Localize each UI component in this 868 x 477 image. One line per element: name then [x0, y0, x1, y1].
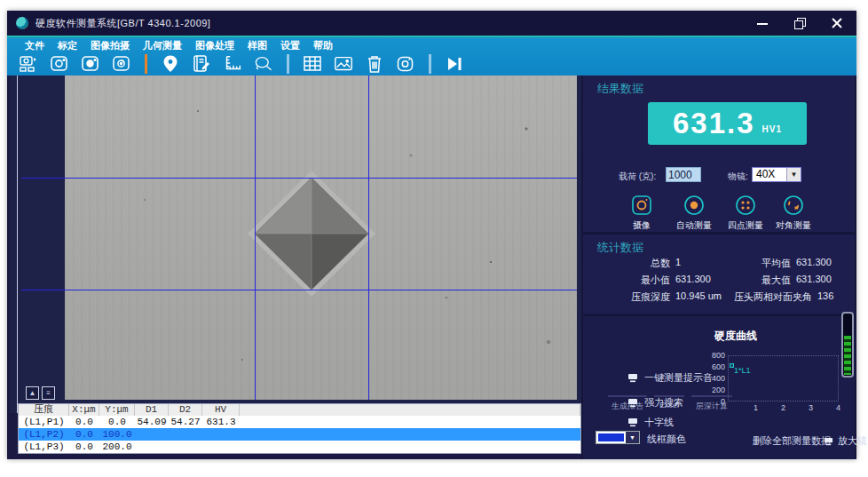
desktop: 硬度软件测量系统[GB/T 4340.1-2009] 文件 标定 图像拍摄 几何… — [0, 0, 868, 477]
close-button[interactable] — [830, 16, 844, 30]
magnifier-icon — [824, 437, 833, 446]
notebook-edit-icon[interactable] — [191, 53, 212, 75]
right-panel: 结果数据 631.3 HV1 载荷 (克): 物镜: 40X ▼ 摄像 — [581, 76, 856, 459]
image-viewport[interactable]: ▲ ≡ — [10, 76, 581, 413]
menu-bar: 文件 标定 图像拍摄 几何测量 图像处理 样图 设置 帮助 — [7, 37, 856, 52]
menu-calibration[interactable]: 标定 — [58, 39, 77, 52]
microscope-image[interactable] — [65, 76, 577, 400]
grid-hline-top — [21, 178, 577, 179]
toolbar-separator — [287, 54, 289, 74]
objective-value: 40X — [753, 168, 786, 181]
xtick-4: 4 — [836, 403, 840, 412]
delete-all-button[interactable]: 删除全部测量数据 — [753, 434, 831, 448]
grid-vline-left — [255, 76, 256, 400]
menu-image-capture[interactable]: 图像拍摄 — [91, 39, 130, 52]
checkbox-icon — [627, 373, 638, 383]
title-bar[interactable]: 硬度软件测量系统[GB/T 4340.1-2009] — [7, 11, 856, 36]
stat-count-label: 总数 — [583, 257, 670, 270]
ytick-600: 600 — [706, 362, 725, 371]
hardness-curve-chart: 硬度曲线 800 600 400 200 0 1 2 3 4 1*L1 — [706, 327, 849, 423]
chevron-down-icon[interactable]: ▼ — [626, 432, 639, 443]
col-y: Y:μm — [99, 404, 135, 416]
level-indicator — [841, 312, 854, 378]
measurement-table: 压痕 X:μm Y:μm D1 D2 HV (L1,P1) 0.0 0.0 54… — [18, 403, 581, 454]
stat-max-label: 最大值 — [714, 274, 791, 287]
col-d1: D1 — [135, 404, 169, 416]
camera-record-icon[interactable] — [80, 53, 101, 75]
col-x: X:μm — [69, 404, 99, 416]
ruler-icon[interactable] — [222, 53, 243, 75]
ytick-800: 800 — [706, 351, 725, 360]
ytick-0: 0 — [706, 397, 725, 406]
power-search-toggle[interactable]: 强力搜索 — [627, 396, 683, 409]
toolbar-separator — [145, 54, 147, 74]
color-swatch — [598, 433, 624, 441]
viewport-border — [17, 76, 18, 413]
load-label: 载荷 (克): — [619, 171, 656, 183]
menu-help[interactable]: 帮助 — [313, 39, 333, 52]
stage-up-button[interactable]: ▲ — [26, 386, 39, 400]
stat-count-value: 1 — [670, 257, 714, 270]
restore-button[interactable] — [793, 16, 807, 30]
toolbar-separator — [429, 54, 431, 74]
image-icon[interactable] — [333, 53, 354, 75]
checkbox-icon — [627, 398, 638, 408]
level-indicator-fill — [844, 336, 851, 375]
indentation-diamond — [65, 76, 577, 400]
hardness-unit: HV1 — [762, 124, 782, 134]
grid-vline-right — [368, 76, 369, 400]
stat-min-value: 631.300 — [670, 274, 714, 287]
capture-export-icon[interactable] — [18, 53, 39, 75]
app-icon — [16, 17, 28, 29]
camera-snap-icon[interactable] — [395, 53, 416, 75]
grid-hline-bottom — [21, 290, 577, 290]
camera-eye-icon[interactable] — [111, 53, 132, 75]
table-row[interactable]: (L1,P1) 0.0 0.0 54.09 54.27 631.3 — [19, 416, 580, 428]
lasso-zoom-icon[interactable] — [253, 53, 274, 75]
stat-max-value: 631.300 — [791, 274, 832, 287]
statistics-header: 统计数据 — [597, 240, 643, 256]
toolbar — [7, 52, 856, 76]
camera-icon[interactable] — [49, 53, 70, 75]
objective-select[interactable]: 40X ▼ — [752, 167, 801, 182]
minimize-button[interactable] — [755, 16, 769, 30]
table-row-selected[interactable]: (L1,P2) 0.0 100.0 — [19, 428, 580, 441]
chart-title: 硬度曲线 — [714, 329, 757, 344]
menu-geometry-measure[interactable]: 几何测量 — [143, 39, 182, 52]
menu-file[interactable]: 文件 — [25, 39, 44, 52]
auto-measure-button[interactable]: 自动测量 — [668, 194, 720, 232]
beep-toggle[interactable]: 一键测量提示音 — [627, 371, 713, 385]
objective-label: 物镜: — [728, 171, 748, 183]
data-point-label: 1*L1 — [734, 366, 751, 375]
load-input[interactable] — [666, 167, 701, 182]
menu-image-processing[interactable]: 图像处理 — [195, 39, 234, 52]
menu-toolbar-block: 文件 标定 图像拍摄 几何测量 图像处理 样图 设置 帮助 — [7, 36, 856, 76]
wire-color-label: 线框颜色 — [647, 433, 686, 446]
four-point-measure-button[interactable]: 四点测量 — [720, 194, 771, 232]
magnifier-button[interactable]: 放大镜 — [824, 434, 867, 448]
camera-capture-button[interactable]: 摄像 — [616, 194, 667, 232]
ytick-200: 200 — [706, 386, 725, 394]
diagonal-measure-button[interactable]: 对角测量 — [768, 194, 819, 232]
pin-icon[interactable] — [160, 53, 181, 75]
table-row[interactable]: (L1,P3) 0.0 200.0 — [19, 441, 580, 453]
stat-depth-value: 10.945 um — [670, 290, 734, 304]
crosshair-toggle[interactable]: 十字线 — [627, 416, 674, 429]
trash-icon[interactable] — [364, 53, 385, 75]
xtick-3: 3 — [809, 403, 813, 412]
wire-color-select[interactable]: ▼ — [596, 431, 640, 444]
hardness-result-display: 631.3 HV1 — [648, 102, 807, 145]
app-window: 硬度软件测量系统[GB/T 4340.1-2009] 文件 标定 图像拍摄 几何… — [7, 11, 856, 459]
menu-settings[interactable]: 设置 — [280, 39, 300, 52]
table-icon[interactable] — [302, 53, 323, 75]
results-header: 结果数据 — [597, 81, 643, 97]
stat-angle-value: 136 — [812, 290, 833, 304]
xtick-2: 2 — [781, 403, 785, 412]
chart-plot-area — [728, 355, 839, 401]
menu-sample[interactable]: 样图 — [248, 39, 267, 52]
play-next-icon[interactable] — [444, 53, 465, 75]
stat-angle-label: 压头两相对面夹角 — [734, 290, 812, 304]
chevron-down-icon[interactable]: ▼ — [786, 168, 801, 181]
stage-menu-button[interactable]: ≡ — [42, 386, 55, 400]
col-d2: D2 — [169, 404, 202, 416]
